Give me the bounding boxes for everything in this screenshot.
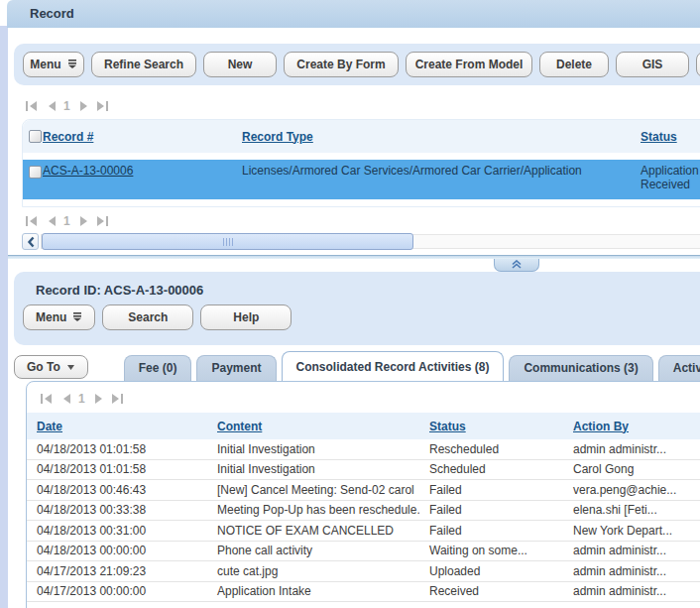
cell-action-by: Carol Gong: [563, 462, 700, 476]
cell-status: Uploaded: [419, 564, 563, 578]
cell-status: Failed: [419, 483, 563, 497]
column-action-by[interactable]: Action By: [573, 420, 629, 433]
cell-status: Failed: [419, 503, 563, 517]
activities-pagination: 1: [39, 392, 700, 406]
detail-menu-label: Menu: [36, 310, 66, 324]
first-page-icon[interactable]: [24, 215, 38, 227]
cell-action-by: New York Depart...: [563, 524, 700, 538]
table-row[interactable]: 04/18/2013 01:01:58 Initial Investigatio…: [27, 460, 700, 481]
column-content[interactable]: Content: [217, 420, 262, 433]
column-status[interactable]: Status: [641, 130, 677, 144]
goto-button-label: Go To: [27, 360, 60, 374]
create-from-model-button[interactable]: Create From Model: [406, 52, 532, 77]
cell-date: 04/18/2013 00:33:38: [27, 503, 207, 517]
cell-status: Failed: [419, 524, 563, 538]
column-date[interactable]: Date: [37, 420, 62, 433]
search-button[interactable]: Search: [102, 304, 193, 330]
cell-action-by: admin administr...: [563, 544, 700, 557]
last-page-icon[interactable]: [96, 100, 110, 112]
prev-page-icon[interactable]: [45, 100, 57, 112]
goto-dropdown-icon: [66, 360, 75, 374]
scroll-left-button[interactable]: [22, 233, 39, 250]
cell-action-by: admin administr...: [563, 584, 700, 598]
cell-content: [New] Cancel Meeting: Send-02 carol: [207, 483, 419, 497]
record-status-cell: Application Received: [641, 164, 700, 195]
table-row[interactable]: 04/17/2013 00:00:00 Application Intake R…: [27, 582, 700, 603]
panel-divider: [8, 255, 700, 259]
header-checkbox[interactable]: [29, 130, 42, 143]
cell-date: 04/18/2013 01:01:58: [27, 462, 207, 476]
next-page-icon[interactable]: [92, 393, 104, 405]
tab-payment[interactable]: Payment: [196, 355, 276, 381]
record-id-title: Record ID: ACS-A-13-00006: [14, 272, 700, 298]
page-number: 1: [78, 392, 85, 406]
cell-content: NOTICE OF EXAM CANCELLED: [207, 524, 419, 538]
column-status[interactable]: Status: [429, 420, 466, 433]
collapse-panel-button[interactable]: [494, 259, 539, 272]
scrollbar-thumb[interactable]: [42, 233, 413, 250]
refine-search-button[interactable]: Refine Search: [91, 52, 196, 77]
cell-status: Waiting on some...: [419, 544, 563, 557]
first-page-icon[interactable]: [24, 100, 38, 112]
cell-action-by: vera.peng@achie...: [563, 483, 700, 497]
goto-button[interactable]: Go To: [14, 355, 88, 379]
record-row-selected[interactable]: ACS-A-13-00006 Licenses/Armored Car Serv…: [23, 160, 700, 199]
menu-dropdown-icon: [72, 310, 82, 324]
delete-button[interactable]: Delete: [539, 52, 609, 77]
last-page-icon[interactable]: [96, 215, 110, 227]
tab-fee[interactable]: Fee (0): [124, 355, 192, 381]
first-page-icon[interactable]: [39, 393, 53, 405]
main-content: Menu Refine Search New Create By Form Cr…: [8, 28, 700, 608]
table-row[interactable]: 04/18/2013 00:46:43 [New] Cancel Meeting…: [27, 480, 700, 501]
table-row[interactable]: 04/18/2013 01:01:58 Initial Investigatio…: [27, 439, 700, 460]
table-bottom-edge: [23, 199, 700, 206]
help-button[interactable]: Help: [200, 304, 292, 330]
record-detail-panel: Record ID: ACS-A-13-00006 Menu Search He…: [14, 272, 700, 345]
table-row[interactable]: 04/18/2013 00:33:38 Meeting Pop-Up has b…: [27, 501, 700, 522]
tab-consolidated-record-activities[interactable]: Consolidated Record Activities (8): [282, 351, 505, 381]
cell-date: 04/18/2013 01:01:58: [27, 442, 207, 456]
table-row[interactable]: 04/18/2013 00:00:00 Phone call activity …: [27, 542, 700, 562]
next-page-icon[interactable]: [77, 100, 89, 112]
table-spacer: [23, 153, 700, 160]
record-number-link[interactable]: ACS-A-13-00006: [43, 164, 133, 178]
new-button[interactable]: New: [203, 52, 277, 77]
cell-date: 04/18/2013 00:00:00: [27, 544, 207, 557]
page-number: 1: [63, 99, 70, 113]
create-by-form-button[interactable]: Create By Form: [284, 52, 399, 77]
row-checkbox[interactable]: [29, 166, 42, 179]
column-record-type[interactable]: Record Type: [242, 130, 313, 144]
cell-status: Received: [419, 584, 563, 598]
activities-table: Date Content Status Action By 04/18/2013…: [27, 413, 700, 602]
column-record-number[interactable]: Record #: [43, 130, 93, 144]
record-toolbar: Menu Refine Search New Create By Form Cr…: [14, 44, 700, 85]
prev-page-icon[interactable]: [59, 393, 71, 405]
menu-button[interactable]: Menu: [23, 52, 84, 77]
cell-content: Phone call activity: [207, 544, 419, 557]
table-row[interactable]: 04/18/2013 00:31:00 NOTICE OF EXAM CANCE…: [27, 521, 700, 542]
prev-page-icon[interactable]: [45, 215, 57, 227]
last-page-icon[interactable]: [111, 393, 125, 405]
cell-status: Rescheduled: [419, 442, 563, 456]
tabs: Fee (0) Payment Consolidated Record Acti…: [124, 351, 700, 381]
cell-date: 04/17/2013 21:09:23: [27, 564, 207, 578]
tab-communications[interactable]: Communications (3): [509, 355, 652, 381]
record-type-cell: Licenses/Armored Car Services/Armored Ca…: [242, 164, 641, 195]
cell-action-by: admin administr...: [563, 564, 700, 578]
menu-button-label: Menu: [30, 58, 60, 71]
records-table: Record # Record Type Status ACS-A-13-000…: [22, 119, 700, 207]
activities-table-header: Date Content Status Action By: [27, 413, 700, 439]
gis-button[interactable]: GIS: [616, 52, 689, 77]
cell-content: Initial Investigation: [207, 442, 419, 456]
cell-content: Meeting Pop-Up has been reschedule.: [207, 503, 419, 517]
cell-date: 04/18/2013 00:46:43: [27, 483, 207, 497]
detail-toolbar: Menu Search Help: [23, 304, 700, 330]
next-page-icon[interactable]: [77, 215, 89, 227]
records-pagination-bottom: 1: [24, 214, 110, 228]
tab-activities[interactable]: Activities (1): [658, 355, 700, 381]
detail-menu-button[interactable]: Menu: [23, 304, 95, 330]
cell-content: Application Intake: [207, 584, 419, 598]
clipped-button[interactable]: C: [696, 52, 700, 77]
menu-dropdown-icon: [67, 58, 77, 71]
table-row[interactable]: 04/17/2013 21:09:23 cute cat.jpg Uploade…: [27, 561, 700, 582]
